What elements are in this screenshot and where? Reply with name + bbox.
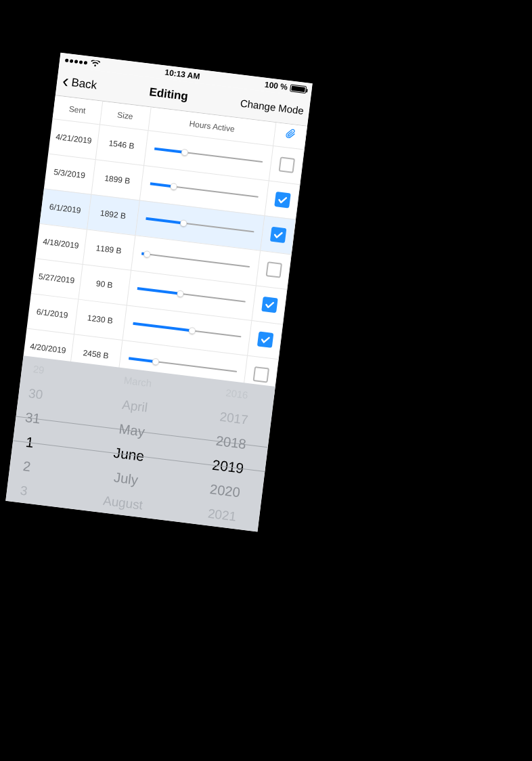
- hours-slider[interactable]: [154, 148, 263, 163]
- hours-slider[interactable]: [137, 288, 246, 303]
- cell-sent[interactable]: 6/1/2019: [40, 188, 91, 229]
- cell-sent[interactable]: 5/27/2019: [31, 258, 83, 299]
- picker-item[interactable]: 4: [6, 503, 36, 526]
- cell-checkbox: [265, 181, 300, 219]
- col-header-attach[interactable]: [273, 123, 307, 149]
- status-left: [65, 57, 101, 68]
- back-button[interactable]: ‹ Back: [62, 72, 98, 94]
- cell-sent[interactable]: 6/1/2019: [27, 293, 79, 334]
- cell-sent[interactable]: 5/3/2019: [44, 154, 95, 194]
- picker-item[interactable]: 2: [9, 453, 45, 480]
- back-label: Back: [70, 76, 97, 92]
- date-picker[interactable]: 2930311234 MarchAprilMayJuneJulyAugustSe…: [5, 355, 275, 531]
- page-title: Editing: [148, 85, 189, 104]
- cell-size[interactable]: 1230 B: [74, 299, 127, 340]
- cell-size[interactable]: 1892 B: [87, 194, 139, 235]
- row-checkbox[interactable]: [252, 366, 269, 383]
- picker-item[interactable]: 31: [15, 405, 50, 432]
- chevron-left-icon: ‹: [62, 71, 70, 91]
- cell-size[interactable]: 1546 B: [95, 124, 148, 165]
- hours-slider[interactable]: [150, 183, 259, 198]
- row-checkbox[interactable]: [257, 331, 273, 348]
- cell-checkbox: [269, 146, 304, 184]
- cell-size[interactable]: 90 B: [78, 264, 131, 305]
- hours-slider[interactable]: [141, 253, 250, 267]
- row-checkbox[interactable]: [274, 192, 291, 209]
- picker-item[interactable]: 1: [12, 428, 48, 456]
- hours-slider[interactable]: [146, 218, 254, 233]
- cell-sent[interactable]: 4/18/2019: [35, 223, 87, 264]
- cell-sent[interactable]: 4/21/2019: [48, 118, 99, 159]
- row-checkbox[interactable]: [278, 156, 295, 173]
- hours-slider[interactable]: [133, 323, 242, 338]
- paperclip-icon: [284, 128, 295, 143]
- battery-percent: 100 %: [264, 80, 288, 92]
- picker-item[interactable]: 3: [7, 478, 41, 504]
- cell-signal-icon: [65, 58, 87, 64]
- row-checkbox[interactable]: [265, 261, 282, 278]
- picker-month-column[interactable]: MarchAprilMayJuneJulyAugustSeptember: [49, 362, 201, 532]
- cell-size[interactable]: 1899 B: [91, 159, 143, 200]
- cell-checkbox: [248, 320, 283, 359]
- cell-checkbox: [252, 285, 287, 324]
- battery-icon: [290, 84, 307, 93]
- picker-item[interactable]: 2016: [205, 380, 268, 408]
- row-checkbox[interactable]: [261, 297, 278, 313]
- picker-item[interactable]: 30: [19, 381, 52, 407]
- data-table: Sent Size Hours Active 4/21/20191546 B5/…: [22, 95, 307, 394]
- change-mode-button[interactable]: Change Mode: [240, 97, 305, 116]
- row-checkbox[interactable]: [269, 227, 286, 244]
- cell-checkbox: [261, 215, 296, 254]
- cell-checkbox: [256, 251, 291, 289]
- cell-size[interactable]: 1189 B: [83, 229, 135, 269]
- wifi-icon: [90, 60, 100, 68]
- phone-screen: 10:13 AM 100 % ‹ Back Editing Change Mod…: [5, 53, 312, 532]
- picker-item[interactable]: 29: [24, 358, 53, 381]
